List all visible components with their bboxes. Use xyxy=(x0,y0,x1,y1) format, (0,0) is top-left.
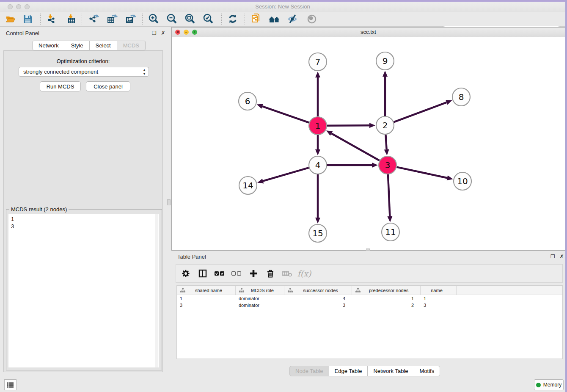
optimization-criterion-select[interactable]: strongly connected component ▴▾ xyxy=(19,67,149,77)
close-table-panel-icon[interactable]: ✗ xyxy=(559,254,564,259)
tab-network-table[interactable]: Network Table xyxy=(368,366,414,376)
tab-node-table[interactable]: Node Table xyxy=(289,366,329,376)
maximize-network-icon[interactable]: + xyxy=(192,30,197,35)
edge-2-8[interactable] xyxy=(394,102,447,122)
graph-node-label: 15 xyxy=(312,228,323,238)
column-type-icon xyxy=(355,288,361,293)
edge-arrowhead xyxy=(369,123,375,128)
show-selected-icon[interactable] xyxy=(305,13,319,25)
add-column-icon[interactable] xyxy=(248,268,259,279)
table-panel-title: Table Panel xyxy=(177,254,206,260)
network-splitter-grip[interactable] xyxy=(366,248,370,251)
zoom-fit-icon[interactable] xyxy=(183,13,197,25)
tab-select[interactable]: Select xyxy=(90,41,117,50)
tab-style[interactable]: Style xyxy=(65,41,90,50)
close-panel-button[interactable]: Close panel xyxy=(86,81,130,91)
tab-motifs[interactable]: Motifs xyxy=(414,366,440,376)
column-header-predecessor-nodes[interactable]: predecessor nodes xyxy=(352,286,421,295)
maximize-window-icon[interactable] xyxy=(25,4,30,9)
window-title: Session: New Session xyxy=(0,2,565,12)
table-cell[interactable]: 1 xyxy=(421,296,457,301)
table-cell[interactable]: 3 xyxy=(284,303,352,308)
tab-network[interactable]: Network xyxy=(32,41,65,50)
table-cell[interactable]: 3 xyxy=(421,303,457,308)
table-toolbar: f(x) xyxy=(176,264,563,283)
table-body: 1dominator4113dominator323 xyxy=(177,295,562,309)
zoom-in-icon[interactable] xyxy=(146,13,161,25)
mcds-result-textarea[interactable]: 1 3 xyxy=(8,214,159,367)
column-type-icon xyxy=(180,288,185,293)
float-table-panel-icon[interactable]: ❒ xyxy=(550,254,556,259)
import-table-icon[interactable] xyxy=(64,13,79,25)
column-header-successor-nodes[interactable]: successor nodes xyxy=(284,286,352,295)
column-header-MCDS-role[interactable]: MCDS role xyxy=(236,286,284,295)
minimize-network-icon[interactable]: − xyxy=(184,30,189,35)
table-cell[interactable]: 1 xyxy=(352,296,421,301)
column-type-icon xyxy=(288,288,293,293)
node-table[interactable]: shared nameMCDS rolesuccessor nodesprede… xyxy=(176,285,563,359)
zoom-selected-icon[interactable] xyxy=(201,13,215,25)
deselect-all-checkboxes-icon[interactable] xyxy=(231,268,242,279)
close-window-icon[interactable] xyxy=(8,4,13,9)
select-all-checkboxes-icon[interactable] xyxy=(214,268,225,279)
import-network-icon[interactable] xyxy=(44,13,58,25)
run-mcds-button[interactable]: Run MCDS xyxy=(40,81,81,91)
table-row[interactable]: 3dominator323 xyxy=(177,302,562,309)
export-table-icon[interactable] xyxy=(105,13,119,25)
status-bar xyxy=(0,377,565,392)
refresh-view-icon[interactable] xyxy=(226,13,240,25)
hide-selected-icon[interactable] xyxy=(286,13,300,25)
edge-arrowhead xyxy=(372,163,378,168)
show-column-icon[interactable] xyxy=(197,268,208,279)
save-session-icon[interactable] xyxy=(20,13,35,25)
table-panel-tabs: Node TableEdge TableNetwork TableMotifs xyxy=(289,366,440,376)
tab-edge-table[interactable]: Edge Table xyxy=(329,366,368,376)
delete-column-icon[interactable] xyxy=(265,268,276,279)
zoom-out-icon[interactable] xyxy=(165,13,179,25)
edge-arrowhead xyxy=(447,175,453,180)
table-row[interactable]: 1dominator411 xyxy=(177,295,562,302)
edge-4-14[interactable] xyxy=(263,168,309,181)
memory-button[interactable]: Memory xyxy=(534,379,564,390)
table-cell[interactable]: dominator xyxy=(236,296,284,301)
edge-1-2[interactable] xyxy=(327,125,369,126)
export-image-icon[interactable] xyxy=(124,13,138,25)
edge-3-1[interactable] xyxy=(331,133,380,160)
close-network-icon[interactable]: ✕ xyxy=(175,30,180,35)
edge-3-11[interactable] xyxy=(388,174,390,216)
go-home-icon[interactable] xyxy=(267,13,281,25)
column-header-label: name xyxy=(421,288,456,293)
column-header-name[interactable]: name xyxy=(421,286,457,295)
graph-node-label: 10 xyxy=(457,176,468,186)
table-cell[interactable]: 4 xyxy=(284,296,352,301)
float-panel-icon[interactable]: ❒ xyxy=(151,30,157,36)
result-scrollbar[interactable] xyxy=(155,214,158,367)
tab-mcds[interactable]: MCDS xyxy=(117,41,146,50)
table-settings-icon[interactable] xyxy=(180,268,191,279)
edge-arrowhead xyxy=(315,72,320,77)
table-cell[interactable]: 1 xyxy=(177,296,236,301)
table-cell[interactable]: dominator xyxy=(236,303,284,308)
network-window-titlebar[interactable]: ✕ − + scc.txt xyxy=(172,28,565,37)
duplicate-network-icon[interactable] xyxy=(249,13,263,25)
edge-2-3[interactable] xyxy=(385,135,386,149)
open-file-icon[interactable] xyxy=(3,13,18,25)
network-graph-canvas[interactable]: 7968124314101511 xyxy=(172,37,565,250)
graph-node-label: 14 xyxy=(242,180,253,190)
delete-table-icon[interactable] xyxy=(282,268,293,279)
column-header-shared-name[interactable]: shared name xyxy=(177,286,236,295)
table-cell[interactable]: 3 xyxy=(177,303,236,308)
graph-node-label: 1 xyxy=(315,121,321,131)
edge-1-6[interactable] xyxy=(262,106,309,123)
minimize-window-icon[interactable] xyxy=(16,4,21,9)
graph-node-label: 6 xyxy=(245,96,250,106)
graph-node-label: 3 xyxy=(385,160,391,170)
edge-3-10[interactable] xyxy=(397,167,447,178)
task-history-button[interactable] xyxy=(4,379,17,390)
vertical-splitter-handle[interactable] xyxy=(167,199,171,205)
close-panel-icon[interactable]: ✗ xyxy=(160,30,166,36)
control-panel-title: Control Panel xyxy=(6,30,39,36)
title-bar: Session: New Session xyxy=(0,2,565,12)
table-cell[interactable]: 2 xyxy=(352,303,421,308)
export-network-icon[interactable] xyxy=(86,13,101,25)
